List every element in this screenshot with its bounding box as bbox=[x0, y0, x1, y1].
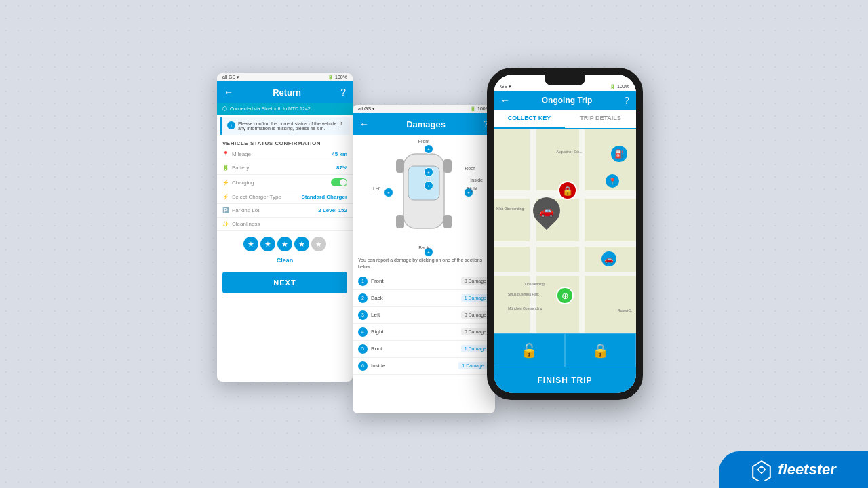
info-text: Please confirm the current status of the… bbox=[238, 121, 344, 131]
fuel-pin: ⛽ bbox=[611, 146, 627, 162]
damage-badge-front: 0 Damage bbox=[461, 277, 490, 285]
vehicle-section-title: VEHICLE STATUS CONFIRMATION bbox=[217, 138, 353, 148]
phone3-battery: 🔋 100% bbox=[610, 84, 629, 89]
location-pin-blue: 📍 bbox=[606, 174, 619, 188]
car-roof-dot[interactable]: + bbox=[424, 167, 433, 177]
phone1-signal: all GS ▾ bbox=[222, 75, 239, 80]
map-road-v2 bbox=[579, 129, 585, 333]
mileage-label: 📍 Mileage bbox=[222, 151, 251, 157]
damage-row-back[interactable]: 2 Back 1 Damage bbox=[353, 290, 495, 307]
phone-ongoing-trip: GS ▾ 🔋 100% ← Ongoing Trip ? COLLECT KEY… bbox=[487, 68, 643, 400]
bluetooth-text: Connected via Bluetooth to MTD 1242 bbox=[230, 106, 311, 111]
vehicle-info-bar: i Please confirm the current status of t… bbox=[220, 117, 350, 135]
star-2[interactable]: ★ bbox=[260, 237, 275, 251]
cleanliness-row: ✨ Cleanliness bbox=[217, 218, 353, 231]
damage-label-roof: Roof bbox=[371, 346, 461, 352]
lock-circle-icon: 🔒 bbox=[558, 181, 577, 200]
map-label-obersending: Obersending bbox=[525, 282, 545, 286]
car-location-pin: 🚗 bbox=[533, 197, 563, 232]
phone3-help-button[interactable]: ? bbox=[624, 95, 629, 106]
charging-icon: ⚡ bbox=[222, 180, 229, 186]
charger-type-label: ⚡ Select Charger Type bbox=[222, 194, 281, 200]
svg-rect-4 bbox=[396, 215, 404, 228]
car-front-dot[interactable]: + bbox=[424, 144, 433, 154]
charging-row: ⚡ Charging bbox=[217, 175, 353, 190]
damage-badge-back: 1 Damage bbox=[461, 294, 490, 302]
parking-icon: 🅿️ bbox=[222, 207, 229, 214]
car-top-view-svg bbox=[387, 140, 461, 249]
map-label-klab: Klab Obersending bbox=[496, 207, 524, 211]
tab-trip-details[interactable]: TRIP DETAILS bbox=[565, 110, 636, 128]
car-inside-dot[interactable]: + bbox=[424, 181, 433, 190]
car-left-label: Left bbox=[373, 186, 381, 191]
svg-point-6 bbox=[760, 468, 764, 472]
car-back-label: Back bbox=[418, 245, 429, 250]
charger-type-row: ⚡ Select Charger Type Standard Charger bbox=[217, 190, 353, 204]
star-1[interactable]: ★ bbox=[243, 237, 258, 251]
phone1-back-button[interactable]: ← bbox=[224, 87, 233, 98]
map-road-h2 bbox=[494, 241, 636, 247]
fleetster-logo-icon bbox=[751, 459, 772, 481]
next-button[interactable]: NEXT bbox=[222, 272, 347, 293]
phone3-title: Ongoing Trip bbox=[542, 96, 593, 105]
green-location-icon: ⊕ bbox=[556, 287, 574, 304]
battery-icon: 🔋 bbox=[222, 165, 229, 171]
damage-row-roof[interactable]: 5 Roof 1 Damage bbox=[353, 341, 495, 358]
damage-num-6: 6 bbox=[358, 361, 368, 371]
phone3-header: ← Ongoing Trip ? bbox=[494, 91, 636, 110]
damage-row-right[interactable]: 4 Right 0 Damage bbox=[353, 324, 495, 341]
damage-label-left: Left bbox=[371, 312, 461, 318]
mileage-value: 45 km bbox=[332, 151, 347, 157]
damage-num-5: 5 bbox=[358, 344, 368, 354]
phone3-signal: GS ▾ bbox=[500, 84, 511, 89]
svg-rect-5 bbox=[443, 215, 452, 228]
parking-row: 🅿️ Parking Lot 2 Level 152 bbox=[217, 204, 353, 218]
lock-button[interactable]: 🔒 bbox=[565, 333, 636, 367]
car-pin-icon: 🚗 bbox=[536, 200, 557, 222]
car-roof-label: Roof bbox=[465, 166, 475, 171]
charging-toggle[interactable] bbox=[331, 178, 347, 186]
phone1-status-bar: all GS ▾ 🔋 100% bbox=[217, 73, 353, 81]
star-4[interactable]: ★ bbox=[294, 237, 309, 251]
damage-num-1: 1 bbox=[358, 277, 368, 286]
finish-trip-button[interactable]: FINISH TRIP bbox=[494, 367, 636, 393]
unlock-button[interactable]: 🔓 bbox=[494, 333, 565, 367]
phone3-tabs: COLLECT KEY TRIP DETAILS bbox=[494, 110, 636, 129]
star-5[interactable]: ★ bbox=[311, 237, 326, 251]
battery-row: 🔋 Battery 87% bbox=[217, 161, 353, 175]
phone2-status-bar: all GS ▾ 🔋 100% bbox=[353, 105, 495, 113]
damage-label-inside: Inside bbox=[371, 363, 458, 369]
damage-row-left[interactable]: 3 Left 0 Damage bbox=[353, 307, 495, 324]
phone-damages: all GS ▾ 🔋 100% ← Damages ? + bbox=[353, 105, 495, 413]
fleetster-logo-bar: fleetster bbox=[719, 451, 868, 488]
damage-row-inside[interactable]: 6 Inside 1 Damage › bbox=[353, 358, 495, 375]
phone3-outer-frame: GS ▾ 🔋 100% ← Ongoing Trip ? COLLECT KEY… bbox=[487, 68, 643, 400]
charger-value[interactable]: Standard Charger bbox=[301, 194, 347, 200]
car2-pin: 🚗 bbox=[601, 251, 616, 266]
lock-alert-pin: 🔒 bbox=[558, 181, 577, 200]
phone1-battery: 🔋 100% bbox=[328, 75, 347, 80]
damage-num-2: 2 bbox=[358, 293, 368, 303]
phone2-header: ← Damages ? bbox=[353, 113, 495, 135]
star-3[interactable]: ★ bbox=[277, 237, 292, 251]
phone1-header: ← Return ? bbox=[217, 81, 353, 103]
green-location-pin: ⊕ bbox=[556, 287, 574, 304]
damage-instruction: You can report a damage by clicking on o… bbox=[353, 257, 495, 273]
map-label-augustiner: Augustiner Sch... bbox=[556, 150, 582, 154]
phone1-help-button[interactable]: ? bbox=[340, 87, 346, 98]
damage-label-back: Back bbox=[371, 295, 461, 301]
tab-collect-key[interactable]: COLLECT KEY bbox=[494, 110, 565, 129]
car-diagram: + + + + + + Front Inside Left Roof Right bbox=[353, 135, 495, 257]
fuel-circle-icon: ⛽ bbox=[611, 146, 627, 162]
map-road-h3 bbox=[494, 272, 636, 276]
parking-label: 🅿️ Parking Lot bbox=[222, 207, 259, 214]
phone3-screen: GS ▾ 🔋 100% ← Ongoing Trip ? COLLECT KEY… bbox=[494, 75, 636, 393]
damage-row-front[interactable]: 1 Front 0 Damage bbox=[353, 273, 495, 290]
parking-value: 2 Level 152 bbox=[318, 207, 347, 214]
phone2-back-button[interactable]: ← bbox=[359, 119, 369, 129]
car2-circle-icon: 🚗 bbox=[601, 251, 616, 266]
car-left-dot[interactable]: + bbox=[384, 188, 393, 197]
charger-icon: ⚡ bbox=[222, 194, 229, 200]
map-label-rupert: Rupert-S.. bbox=[618, 308, 633, 312]
phone3-back-button[interactable]: ← bbox=[500, 95, 510, 106]
